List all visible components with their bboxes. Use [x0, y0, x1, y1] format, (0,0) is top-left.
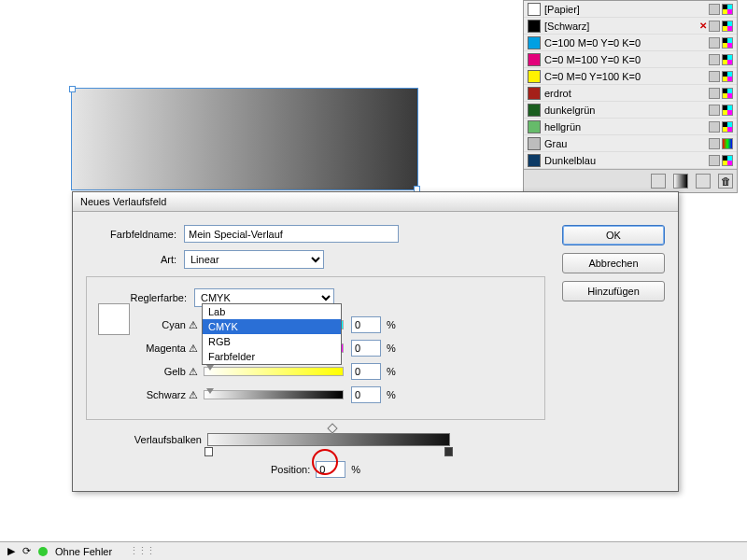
swatch-row[interactable]: [Papier]	[524, 1, 737, 18]
magenta-value[interactable]	[351, 340, 381, 357]
status-text: Ohne Fehler	[55, 546, 112, 557]
type-label: Art:	[86, 254, 184, 265]
yellow-slider[interactable]	[204, 367, 344, 376]
stopcolor-label: Reglerfarbe:	[96, 292, 194, 303]
black-label: Schwarz ⚠	[96, 389, 204, 401]
dropdown-option[interactable]: Lab	[203, 304, 341, 319]
new-gradient-dialog: Neues Verlaufsfeld Farbfeldname: Art: Li…	[72, 191, 679, 492]
position-label: Position:	[271, 464, 310, 475]
yellow-value[interactable]	[351, 363, 381, 380]
new-swatch-icon[interactable]	[696, 174, 711, 189]
delete-icon: ✕	[699, 21, 707, 32]
status-dot-icon	[38, 547, 48, 556]
annotation-circle	[312, 449, 338, 475]
swatch-row[interactable]: hellgrün	[524, 119, 737, 135]
gradientbar-label: Verlaufsbalken	[86, 434, 207, 445]
stopcolor-dropdown[interactable]: Lab CMYK RGB Farbfelder	[202, 303, 342, 365]
swatch-gradient-icon[interactable]	[673, 174, 688, 189]
resize-grip-icon[interactable]: ⋮⋮⋮	[129, 545, 154, 557]
black-slider[interactable]	[204, 390, 344, 399]
dialog-title: Neues Verlaufsfeld	[73, 192, 678, 212]
dropdown-option[interactable]: Farbfelder	[203, 349, 341, 364]
ok-button[interactable]: OK	[562, 225, 665, 245]
name-label: Farbfeldname:	[86, 229, 184, 240]
swatch-row[interactable]: Dunkelblau	[524, 152, 737, 169]
magenta-label: Magenta ⚠	[96, 343, 204, 355]
name-input[interactable]	[184, 225, 399, 243]
yellow-label: Gelb ⚠	[96, 366, 204, 378]
add-button[interactable]: Hinzufügen	[562, 281, 665, 301]
swatches-panel: [Papier] [Schwarz]✕ C=100 M=0 Y=0 K=0 C=…	[523, 0, 738, 193]
swatch-row[interactable]: C=0 M=0 Y=100 K=0	[524, 68, 737, 85]
swatches-footer: 🗑	[524, 169, 737, 192]
swatch-row[interactable]: [Schwarz]✕	[524, 18, 737, 35]
canvas-gradient-rect[interactable]	[71, 88, 418, 190]
status-bar: ▶ ⟳ Ohne Fehler ⋮⋮⋮	[0, 541, 747, 560]
gradient-stop-right[interactable]	[444, 447, 453, 456]
dropdown-option[interactable]: RGB	[203, 334, 341, 349]
gradient-bar[interactable]	[207, 433, 450, 446]
cyan-value[interactable]	[351, 316, 381, 333]
cancel-button[interactable]: Abbrechen	[562, 253, 665, 273]
swatch-solid-icon[interactable]	[651, 174, 666, 189]
gradient-stop-left[interactable]	[204, 447, 213, 456]
gradient-midpoint[interactable]	[327, 423, 337, 433]
swatch-row[interactable]: dunkelgrün	[524, 102, 737, 119]
type-select[interactable]: Linear	[184, 250, 324, 269]
dropdown-option[interactable]: CMYK	[203, 319, 341, 334]
swatch-row[interactable]: Grau	[524, 135, 737, 152]
stop-color-preview[interactable]	[98, 303, 130, 335]
swatch-row[interactable]: C=100 M=0 Y=0 K=0	[524, 35, 737, 51]
black-value[interactable]	[351, 386, 381, 403]
trash-icon[interactable]: 🗑	[718, 174, 733, 189]
swatch-row[interactable]: C=0 M=100 Y=0 K=0	[524, 51, 737, 68]
nav-icon[interactable]: ⟳	[22, 545, 31, 557]
play-icon[interactable]: ▶	[7, 545, 15, 557]
swatch-row[interactable]: erdrot	[524, 85, 737, 102]
